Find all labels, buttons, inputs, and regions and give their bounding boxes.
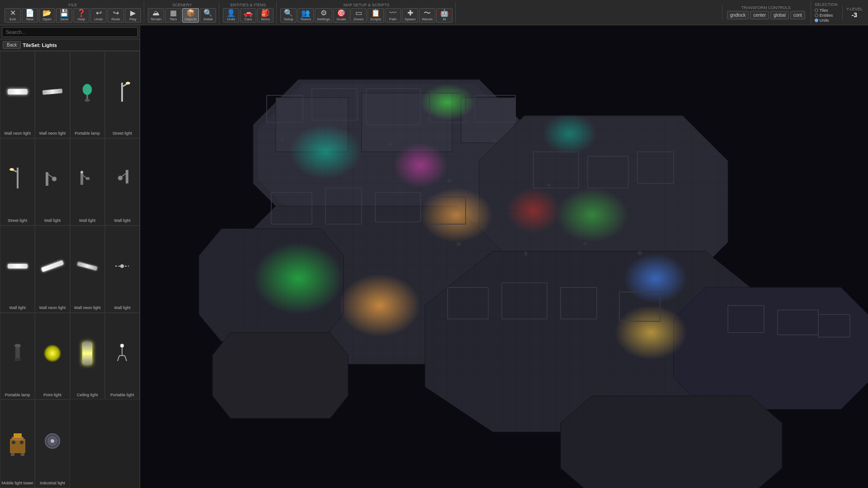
ai-button[interactable]: 🤖 AI bbox=[436, 8, 453, 23]
help-label: Help bbox=[78, 17, 85, 21]
tile-label: Street light bbox=[8, 218, 27, 223]
gndlock-button[interactable]: gndlock bbox=[727, 11, 749, 19]
file-buttons: ✕ Exit 📄 New 📂 Open 💾 Save ❓ Help ↩ Und bbox=[5, 8, 141, 23]
scripts-button[interactable]: 📋 Scripts bbox=[368, 8, 384, 23]
breadcrumb-title: TileSet: Lights bbox=[23, 42, 57, 48]
objects-button[interactable]: 📦 Objects bbox=[182, 8, 199, 23]
wall-light-1-svg bbox=[43, 165, 61, 192]
teams-button[interactable]: 👥 Teams bbox=[297, 8, 314, 23]
tiles-radio[interactable]: Tiles bbox=[815, 8, 838, 13]
terrain-button[interactable]: ⛰ Terrain bbox=[148, 8, 164, 23]
tiles-button[interactable]: ▦ Tiles bbox=[165, 8, 181, 23]
svg-point-18 bbox=[118, 176, 123, 180]
center-button[interactable]: center bbox=[750, 11, 769, 19]
global-label: global bbox=[774, 13, 786, 18]
units-radio[interactable]: Units bbox=[815, 18, 838, 23]
scenery-section: SCENERY ⛰ Terrain ▦ Tiles 📦 Objects 🔍 De… bbox=[145, 2, 219, 23]
svg-point-15 bbox=[80, 171, 83, 174]
scripts-label: Scripts bbox=[370, 17, 381, 21]
exit-button[interactable]: ✕ Exit bbox=[5, 8, 21, 23]
back-button[interactable]: Back bbox=[3, 41, 21, 49]
tile-preview bbox=[71, 141, 104, 217]
tile-wall-light-3[interactable]: Wall light bbox=[105, 138, 140, 225]
spawn-button[interactable]: ✚ Spawn bbox=[402, 8, 418, 23]
svg-rect-144 bbox=[389, 143, 393, 145]
tile-wall-neon-light-2[interactable]: Wall neon light bbox=[35, 51, 70, 138]
cars-button[interactable]: 🚗 Cars bbox=[240, 8, 256, 23]
units-icon: 👤 bbox=[226, 9, 236, 17]
tile-wall-light-4[interactable]: Wall light bbox=[0, 225, 35, 313]
tile-portable-lamp-2[interactable]: Portable lamp bbox=[0, 313, 35, 400]
svg-point-113 bbox=[420, 84, 475, 120]
street-light-tall-svg bbox=[113, 78, 131, 105]
items-button[interactable]: 🎒 Items bbox=[257, 8, 274, 23]
tile-point-light-1[interactable]: Point light bbox=[35, 313, 70, 400]
tile-preview bbox=[106, 141, 138, 217]
svg-point-118 bbox=[506, 188, 561, 233]
play-label: Play bbox=[129, 17, 137, 21]
tile-label: Portable light bbox=[110, 393, 134, 398]
save-label: Save bbox=[60, 17, 68, 21]
tile-wall-light-1[interactable]: Wall light bbox=[35, 138, 70, 225]
help-button[interactable]: ❓ Help bbox=[73, 8, 90, 23]
new-icon: 📄 bbox=[25, 9, 34, 17]
cont-button[interactable]: cont bbox=[790, 11, 805, 19]
tiles-label: Tiles bbox=[170, 17, 177, 21]
redo-button[interactable]: ↪ Redo bbox=[108, 8, 124, 23]
units-button[interactable]: 👤 Units bbox=[223, 8, 239, 23]
portable-light-svg bbox=[113, 342, 131, 365]
tile-mobile-light-tower-1[interactable]: Mobile light tower bbox=[0, 399, 35, 488]
tile-ceiling-light-1[interactable]: Ceiling light bbox=[70, 313, 105, 400]
tile-grid: Wall neon light Wall neon light Portable… bbox=[0, 51, 140, 488]
selection-panel: SELECTION Tiles Entities Units bbox=[811, 0, 841, 25]
svg-point-20 bbox=[120, 264, 124, 268]
exit-label: Exit bbox=[9, 17, 15, 21]
file-section-label: FILE bbox=[68, 3, 77, 7]
tile-label: Portable lamp bbox=[5, 393, 30, 398]
tile-street-light-1[interactable]: Street light bbox=[105, 51, 140, 138]
redo-label: Redo bbox=[111, 17, 120, 21]
tile-preview bbox=[1, 53, 33, 130]
wall-light-2-svg bbox=[78, 165, 96, 192]
detail-icon: 🔍 bbox=[203, 9, 212, 17]
tile-wall-neon-light-3[interactable]: Wall neon light bbox=[35, 225, 70, 313]
goals-button[interactable]: 🎯 Goals bbox=[333, 8, 349, 23]
tile-industrial-light-1[interactable]: Industrial light bbox=[35, 399, 70, 488]
tile-wall-light-2[interactable]: Wall light bbox=[70, 138, 105, 225]
svg-rect-21 bbox=[15, 346, 20, 358]
tile-wall-light-5[interactable]: Wall light bbox=[105, 225, 140, 313]
tile-portable-lamp-1[interactable]: Portable lamp bbox=[70, 51, 105, 138]
tile-portable-light-1[interactable]: Portable light bbox=[105, 313, 140, 400]
detail-button[interactable]: 🔍 Detail bbox=[200, 8, 216, 23]
search-input[interactable] bbox=[2, 27, 138, 37]
svg-marker-48 bbox=[674, 287, 868, 409]
path-button[interactable]: 〰 Path bbox=[385, 8, 401, 23]
tile-wall-neon-light-1[interactable]: Wall neon light bbox=[0, 51, 35, 138]
global-button[interactable]: global bbox=[770, 11, 789, 19]
entities-radio[interactable]: Entities bbox=[815, 13, 838, 18]
svg-rect-22 bbox=[14, 358, 21, 361]
svg-rect-9 bbox=[46, 172, 48, 186]
tile-street-light-2[interactable]: Street light bbox=[0, 138, 35, 225]
svg-rect-146 bbox=[493, 138, 495, 143]
svg-point-5 bbox=[126, 82, 130, 84]
open-button[interactable]: 📂 Open bbox=[39, 8, 55, 23]
svg-point-23 bbox=[14, 344, 21, 347]
entities-radio-label: Entities bbox=[820, 13, 833, 18]
tile-preview bbox=[36, 402, 68, 480]
new-button[interactable]: 📄 New bbox=[22, 8, 38, 23]
objects-label: Objects bbox=[184, 17, 197, 21]
settings-button[interactable]: ⚙ Settings bbox=[315, 8, 332, 23]
waves-button[interactable]: 〜 Waves bbox=[419, 8, 435, 23]
undo-button[interactable]: ↩ Undo bbox=[90, 8, 107, 23]
svg-rect-6 bbox=[17, 168, 19, 188]
save-button[interactable]: 💾 Save bbox=[56, 8, 72, 23]
svg-rect-148 bbox=[457, 242, 461, 246]
svg-point-114 bbox=[253, 242, 344, 314]
play-button[interactable]: ▶ Play bbox=[125, 8, 141, 23]
svg-point-34 bbox=[12, 441, 15, 444]
setup-button[interactable]: 🔍 Setup bbox=[280, 8, 297, 23]
tile-wall-neon-light-4[interactable]: Wall neon light bbox=[70, 225, 105, 313]
zones-button[interactable]: ▭ Zones bbox=[350, 8, 367, 23]
tile-label: Wall neon light bbox=[39, 131, 66, 136]
